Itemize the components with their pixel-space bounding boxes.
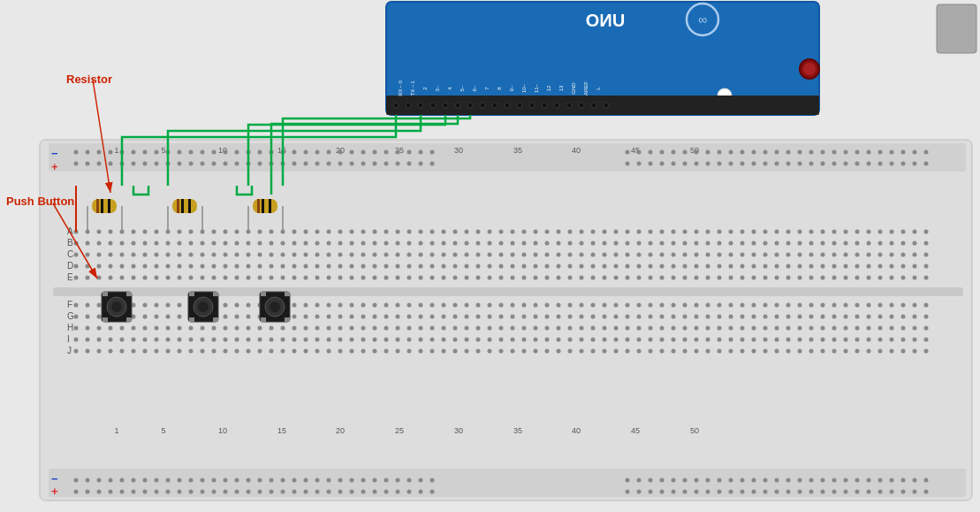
svg-point-822 bbox=[798, 349, 802, 354]
svg-point-849 bbox=[247, 478, 251, 483]
svg-rect-1107 bbox=[285, 292, 290, 296]
svg-point-399 bbox=[258, 276, 262, 280]
svg-point-876 bbox=[741, 478, 745, 483]
svg-point-393 bbox=[189, 276, 194, 280]
svg-point-965 bbox=[224, 150, 228, 155]
svg-point-650 bbox=[545, 326, 550, 331]
svg-point-780 bbox=[315, 349, 320, 354]
svg-point-324 bbox=[258, 264, 262, 269]
svg-point-627 bbox=[281, 326, 285, 331]
svg-point-92 bbox=[178, 230, 182, 234]
svg-point-597 bbox=[798, 315, 802, 319]
svg-rect-1074 bbox=[101, 199, 103, 213]
svg-point-728 bbox=[580, 338, 584, 342]
svg-point-829 bbox=[878, 349, 883, 354]
svg-point-944 bbox=[844, 490, 848, 494]
svg-point-179 bbox=[315, 241, 320, 246]
svg-point-169 bbox=[201, 241, 205, 246]
svg-point-269 bbox=[488, 253, 492, 257]
svg-point-615 bbox=[143, 326, 148, 331]
svg-point-226 bbox=[855, 241, 860, 246]
svg-point-1068 bbox=[913, 162, 917, 166]
svg-point-823 bbox=[809, 349, 814, 354]
svg-point-1010 bbox=[924, 150, 929, 155]
svg-point-708 bbox=[350, 338, 354, 342]
svg-point-358 bbox=[649, 264, 653, 269]
svg-point-209 bbox=[660, 241, 665, 246]
svg-point-272 bbox=[522, 253, 527, 257]
svg-point-122 bbox=[522, 230, 527, 234]
svg-point-215 bbox=[729, 241, 733, 246]
svg-text:H: H bbox=[67, 323, 73, 332]
svg-point-844 bbox=[189, 478, 194, 483]
svg-point-759 bbox=[74, 349, 79, 354]
svg-point-422 bbox=[522, 276, 527, 280]
svg-text:F: F bbox=[67, 300, 72, 309]
svg-point-369 bbox=[775, 264, 779, 269]
svg-point-198 bbox=[534, 241, 538, 246]
svg-point-656 bbox=[614, 326, 619, 331]
svg-point-527 bbox=[855, 303, 860, 308]
svg-point-1052 bbox=[729, 162, 733, 166]
svg-point-950 bbox=[913, 490, 917, 494]
svg-point-133 bbox=[649, 230, 653, 234]
svg-point-896 bbox=[109, 490, 113, 494]
svg-point-806 bbox=[614, 349, 619, 354]
svg-point-249 bbox=[258, 253, 262, 257]
svg-point-253 bbox=[304, 253, 308, 257]
svg-point-592 bbox=[741, 315, 745, 319]
svg-point-113 bbox=[419, 230, 423, 234]
svg-point-959 bbox=[155, 150, 159, 155]
svg-point-346 bbox=[511, 264, 515, 269]
svg-point-843 bbox=[178, 478, 182, 483]
svg-point-1022 bbox=[201, 162, 205, 166]
svg-point-173 bbox=[247, 241, 251, 246]
svg-point-355 bbox=[614, 264, 619, 269]
svg-point-455 bbox=[901, 276, 906, 280]
svg-rect-14 bbox=[386, 96, 819, 115]
svg-point-372 bbox=[809, 264, 814, 269]
svg-rect-1095 bbox=[126, 317, 132, 322]
svg-point-907 bbox=[235, 490, 239, 494]
svg-point-952 bbox=[74, 150, 79, 155]
svg-point-679 bbox=[878, 326, 883, 331]
svg-point-466 bbox=[155, 303, 159, 308]
svg-point-983 bbox=[430, 150, 435, 155]
svg-point-863 bbox=[407, 478, 412, 483]
svg-point-160 bbox=[97, 241, 102, 246]
svg-point-270 bbox=[499, 253, 504, 257]
svg-rect-1 bbox=[49, 143, 966, 172]
svg-text:∞: ∞ bbox=[698, 12, 707, 27]
svg-point-917 bbox=[350, 490, 354, 494]
svg-point-407 bbox=[350, 276, 354, 280]
svg-point-887 bbox=[867, 478, 871, 483]
push-button-3[interactable] bbox=[260, 292, 290, 322]
svg-point-423 bbox=[534, 276, 538, 280]
svg-point-913 bbox=[304, 490, 308, 494]
svg-point-696 bbox=[212, 338, 217, 342]
svg-point-292 bbox=[752, 253, 756, 257]
svg-point-129 bbox=[603, 230, 607, 234]
svg-point-273 bbox=[534, 253, 538, 257]
svg-point-392 bbox=[178, 276, 182, 280]
svg-point-1030 bbox=[292, 162, 297, 166]
push-button-2[interactable] bbox=[188, 292, 218, 322]
svg-point-842 bbox=[166, 478, 171, 483]
svg-point-20 bbox=[455, 103, 460, 108]
push-button-1[interactable] bbox=[102, 292, 132, 322]
svg-point-1065 bbox=[878, 162, 883, 166]
svg-point-658 bbox=[637, 326, 642, 331]
svg-point-707 bbox=[338, 338, 343, 342]
svg-point-793 bbox=[465, 349, 469, 354]
svg-point-853 bbox=[292, 478, 297, 483]
svg-point-891 bbox=[913, 478, 917, 483]
svg-point-189 bbox=[430, 241, 435, 246]
svg-point-388 bbox=[132, 276, 136, 280]
svg-point-881 bbox=[798, 478, 802, 483]
svg-point-834 bbox=[74, 478, 79, 483]
svg-point-412 bbox=[407, 276, 412, 280]
svg-point-886 bbox=[855, 478, 860, 483]
svg-point-752 bbox=[855, 338, 860, 342]
svg-point-787 bbox=[396, 349, 400, 354]
svg-point-430 bbox=[614, 276, 619, 280]
